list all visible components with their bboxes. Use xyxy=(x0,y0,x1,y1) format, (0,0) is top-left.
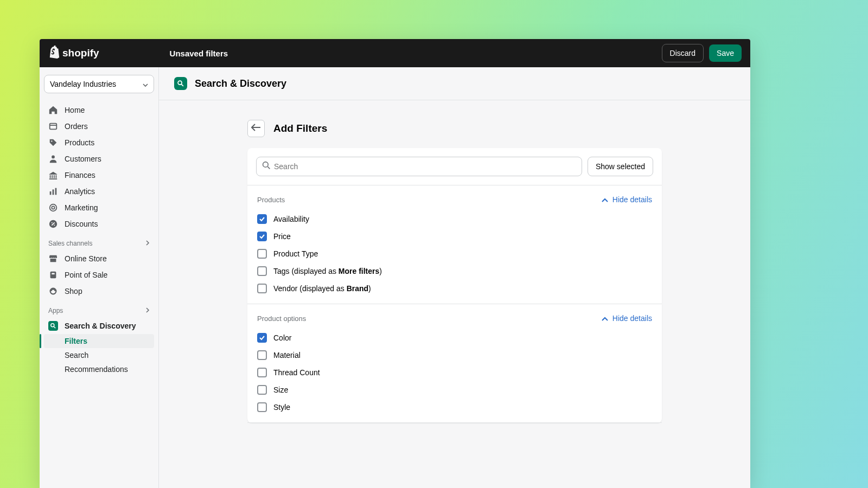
filter-thread-count[interactable]: Thread Count xyxy=(257,364,652,381)
store-icon xyxy=(48,254,58,264)
nav-orders[interactable]: Orders xyxy=(44,118,154,134)
nav-products[interactable]: Products xyxy=(44,134,154,151)
shopify-bag-icon xyxy=(48,46,60,61)
body: Vandelay Industries Home Orders Products… xyxy=(40,67,750,488)
svg-point-14 xyxy=(51,324,54,327)
svg-point-10 xyxy=(54,224,55,226)
filter-label: Size xyxy=(273,386,288,394)
search-discovery-app-icon xyxy=(48,321,58,331)
search-icon xyxy=(262,161,271,172)
checkbox[interactable] xyxy=(257,214,267,224)
app-title: Search & Discovery xyxy=(195,78,286,89)
arrow-left-icon xyxy=(251,124,261,133)
group-title: Products xyxy=(257,196,285,204)
chevron-right-icon[interactable] xyxy=(145,240,150,247)
hide-details-toggle[interactable]: Hide details xyxy=(602,195,652,204)
nav-finances[interactable]: Finances xyxy=(44,167,154,183)
nav-marketing[interactable]: Marketing xyxy=(44,200,154,216)
checkbox[interactable] xyxy=(257,284,267,293)
hide-details-label: Hide details xyxy=(612,195,652,204)
checkbox[interactable] xyxy=(257,249,267,259)
nav-home[interactable]: Home xyxy=(44,102,154,118)
checkbox[interactable] xyxy=(257,232,267,241)
svg-rect-4 xyxy=(53,189,54,195)
nav-label: Finances xyxy=(65,171,95,179)
search-row: Show selected xyxy=(247,148,662,185)
app-sub-filters[interactable]: Filters xyxy=(44,334,154,348)
nav-analytics[interactable]: Analytics xyxy=(44,183,154,200)
content: Add Filters Show selected xyxy=(247,120,662,423)
show-selected-button[interactable]: Show selected xyxy=(588,157,653,176)
section-label: Sales channels xyxy=(48,240,92,247)
filter-label: Style xyxy=(273,403,290,412)
hide-details-toggle[interactable]: Hide details xyxy=(602,314,652,323)
filters-card: Show selected Products Hide details xyxy=(247,148,662,423)
back-button[interactable] xyxy=(247,120,265,137)
chevron-up-icon xyxy=(602,195,608,204)
filter-size[interactable]: Size xyxy=(257,381,652,399)
checkbox[interactable] xyxy=(257,385,267,395)
nav-label: Home xyxy=(65,106,85,114)
filter-material[interactable]: Material xyxy=(257,346,652,364)
home-icon xyxy=(48,105,58,115)
nav-discounts[interactable]: Discounts xyxy=(44,216,154,232)
nav-label: Customers xyxy=(65,155,101,163)
svg-rect-12 xyxy=(52,273,54,274)
filter-style[interactable]: Style xyxy=(257,399,652,416)
analytics-icon xyxy=(48,187,58,196)
filter-product-type[interactable]: Product Type xyxy=(257,245,652,262)
sales-channels-section: Sales channels xyxy=(44,232,154,251)
filter-label: Color xyxy=(273,333,291,342)
checkbox[interactable] xyxy=(257,350,267,360)
filter-label: Vendor (displayed as Brand) xyxy=(273,284,371,293)
channel-online-store[interactable]: Online Store xyxy=(44,251,154,267)
bank-icon xyxy=(48,170,58,180)
checkbox[interactable] xyxy=(257,266,267,276)
page-header: Search & Discovery xyxy=(159,67,750,100)
save-button[interactable]: Save xyxy=(709,44,742,62)
shop-icon xyxy=(48,286,58,296)
filter-vendor[interactable]: Vendor (displayed as Brand) xyxy=(257,280,652,297)
app-sub-search[interactable]: Search xyxy=(44,348,154,362)
nav-label: Online Store xyxy=(65,254,107,263)
nav-label: Shop xyxy=(65,287,82,296)
app-search-discovery[interactable]: Search & Discovery xyxy=(44,318,154,334)
svg-point-6 xyxy=(50,204,57,211)
filter-label: Material xyxy=(273,351,301,359)
nav-label: Products xyxy=(65,138,94,147)
title-row: Add Filters xyxy=(247,120,662,137)
chevron-right-icon[interactable] xyxy=(145,307,150,314)
discount-icon xyxy=(48,219,58,229)
app-sub-recommendations[interactable]: Recommendations xyxy=(44,362,154,376)
nav-label: Marketing xyxy=(65,203,98,212)
channel-point-of-sale[interactable]: Point of Sale xyxy=(44,267,154,283)
orders-icon xyxy=(48,121,58,131)
group-product-options: Product options Hide details Color xyxy=(247,304,662,423)
brand-text: shopify xyxy=(62,47,99,59)
checkbox[interactable] xyxy=(257,368,267,377)
svg-rect-5 xyxy=(55,188,57,195)
svg-rect-11 xyxy=(50,272,56,279)
svg-rect-3 xyxy=(50,191,52,195)
filter-tags[interactable]: Tags (displayed as More filters) xyxy=(257,262,652,280)
svg-point-2 xyxy=(52,156,55,159)
checkbox[interactable] xyxy=(257,333,267,343)
hide-details-label: Hide details xyxy=(612,314,652,323)
channel-shop[interactable]: Shop xyxy=(44,283,154,299)
store-name: Vandelay Industries xyxy=(50,80,116,88)
search-input[interactable] xyxy=(271,157,576,176)
store-selector[interactable]: Vandelay Industries xyxy=(44,75,154,93)
filter-availability[interactable]: Availability xyxy=(257,210,652,228)
checkbox[interactable] xyxy=(257,402,267,412)
unsaved-status: Unsaved filters xyxy=(170,49,228,58)
filter-color[interactable]: Color xyxy=(257,329,652,346)
filter-label: Product Type xyxy=(273,249,318,258)
search-input-wrap[interactable] xyxy=(256,157,582,176)
apps-section: Apps xyxy=(44,299,154,318)
nav-customers[interactable]: Customers xyxy=(44,151,154,167)
page-heading: Add Filters xyxy=(273,123,327,134)
filter-label: Tags (displayed as More filters) xyxy=(273,267,382,275)
filter-price[interactable]: Price xyxy=(257,228,652,245)
discard-button[interactable]: Discard xyxy=(662,44,704,62)
svg-rect-0 xyxy=(50,124,57,130)
